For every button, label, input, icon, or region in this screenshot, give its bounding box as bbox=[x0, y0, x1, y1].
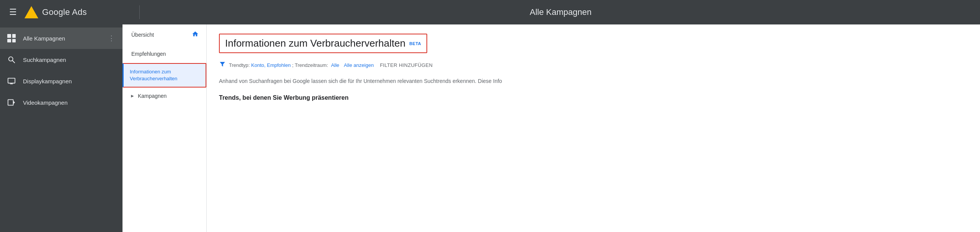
sidebar-label-alle-kampagnen: Alle Kampagnen bbox=[23, 35, 100, 42]
google-ads-logo: Google Ads bbox=[24, 6, 87, 18]
mid-nav-uebersicht[interactable]: Übersicht bbox=[122, 24, 206, 45]
home-icon bbox=[192, 31, 199, 39]
left-sidebar: Alle Kampagnen ⋮ Suchkampagnen Displayka… bbox=[0, 24, 122, 232]
filter-row: Trendtyp: Konto, Empfohlen ; Trendzeitra… bbox=[219, 61, 968, 70]
verbraucherverhalten-label: Informationen zum Verbraucherverhalten bbox=[130, 68, 199, 82]
more-options-icon[interactable]: ⋮ bbox=[106, 32, 116, 44]
filter-trendzeitraum-value[interactable]: Alle bbox=[331, 62, 340, 68]
top-bar-left: ☰ Google Ads bbox=[8, 6, 130, 19]
chevron-right-icon: ► bbox=[130, 93, 135, 99]
beta-badge: BETA bbox=[409, 41, 421, 46]
top-bar-center: Alle Kampagnen bbox=[149, 7, 972, 17]
svg-rect-2 bbox=[8, 78, 15, 83]
svg-line-1 bbox=[13, 61, 15, 63]
sidebar-item-displaykampagnen[interactable]: Displaykampagnen bbox=[0, 70, 122, 92]
page-title: Informationen zum Verbraucherverhalten bbox=[225, 37, 405, 49]
top-bar-divider bbox=[139, 5, 140, 19]
topbar-page-title: Alle Kampagnen bbox=[530, 7, 591, 17]
search-icon bbox=[6, 54, 17, 65]
svg-point-0 bbox=[9, 57, 13, 61]
svg-marker-6 bbox=[13, 101, 15, 104]
mid-nav-verbraucherverhalten[interactable]: Informationen zum Verbraucherverhalten bbox=[122, 63, 206, 88]
uebersicht-label: Übersicht bbox=[131, 32, 154, 38]
description-text: Anhand von Suchanfragen bei Google lasse… bbox=[219, 77, 968, 85]
display-icon bbox=[6, 76, 17, 86]
kampagnen-label: Kampagnen bbox=[138, 93, 167, 99]
middle-sidebar: Übersicht Empfehlungen Informationen zum… bbox=[122, 24, 207, 232]
top-bar: ☰ Google Ads Alle Kampagnen bbox=[0, 0, 980, 24]
section-title: Trends, bei denen Sie Werbung präsentier… bbox=[219, 94, 968, 101]
mid-nav-kampagnen[interactable]: ► Kampagnen bbox=[122, 88, 206, 104]
filter-trendtyp-label: Trendtyp: Konto, Empfohlen ; Trendzeitra… bbox=[229, 62, 339, 68]
google-ads-title: Google Ads bbox=[42, 7, 87, 17]
filter-trendtyp-value[interactable]: Konto, Empfohlen bbox=[251, 62, 291, 68]
sidebar-item-suchkampagnen[interactable]: Suchkampagnen bbox=[0, 49, 122, 70]
svg-rect-5 bbox=[8, 100, 13, 105]
sidebar-label-videokampagnen: Videokampagnen bbox=[23, 99, 116, 106]
mid-nav-empfehlungen[interactable]: Empfehlungen bbox=[122, 45, 206, 63]
empfehlungen-label: Empfehlungen bbox=[131, 51, 166, 57]
hamburger-menu-icon[interactable]: ☰ bbox=[8, 6, 18, 19]
page-title-container: Informationen zum Verbraucherverhalten B… bbox=[219, 34, 427, 53]
sidebar-label-suchkampagnen: Suchkampagnen bbox=[23, 57, 116, 63]
grid-icon bbox=[6, 33, 17, 44]
filter-alle-anzeigen[interactable]: Alle anzeigen bbox=[344, 62, 374, 68]
content-area: Informationen zum Verbraucherverhalten B… bbox=[207, 24, 980, 232]
sidebar-item-videokampagnen[interactable]: Videokampagnen bbox=[0, 92, 122, 113]
video-icon bbox=[6, 97, 17, 108]
sidebar-label-displaykampagnen: Displaykampagnen bbox=[23, 78, 116, 84]
sidebar-item-alle-kampagnen[interactable]: Alle Kampagnen ⋮ bbox=[0, 28, 122, 49]
filter-hinzufuegen-button[interactable]: FILTER HINZUFÜGEN bbox=[380, 62, 433, 68]
google-ads-triangle-icon bbox=[24, 6, 38, 18]
main-layout: Alle Kampagnen ⋮ Suchkampagnen Displayka… bbox=[0, 24, 980, 232]
filter-icon bbox=[219, 61, 226, 70]
